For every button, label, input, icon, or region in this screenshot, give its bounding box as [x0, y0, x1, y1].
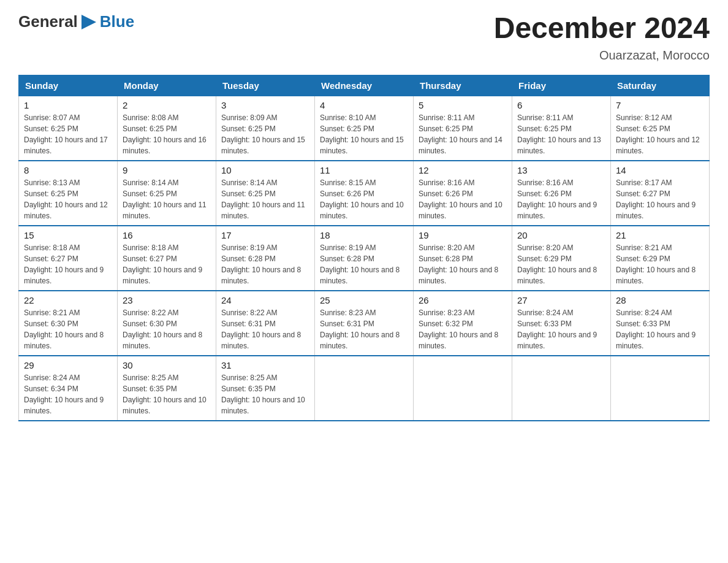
day-info: Sunrise: 8:15 AMSunset: 6:26 PMDaylight:…: [320, 177, 408, 221]
day-info: Sunrise: 8:23 AMSunset: 6:31 PMDaylight:…: [320, 307, 408, 351]
day-info: Sunrise: 8:16 AMSunset: 6:26 PMDaylight:…: [517, 177, 605, 221]
calendar-week-3: 15 Sunrise: 8:18 AMSunset: 6:27 PMDaylig…: [19, 226, 710, 291]
day-info: Sunrise: 8:22 AMSunset: 6:30 PMDaylight:…: [123, 307, 211, 351]
day-number: 11: [320, 165, 408, 175]
calendar-cell: 5 Sunrise: 8:11 AMSunset: 6:25 PMDayligh…: [414, 96, 512, 161]
calendar-cell: [611, 356, 710, 421]
day-info: Sunrise: 8:20 AMSunset: 6:28 PMDaylight:…: [419, 242, 507, 286]
day-info: Sunrise: 8:24 AMSunset: 6:33 PMDaylight:…: [616, 307, 704, 351]
day-info: Sunrise: 8:25 AMSunset: 6:35 PMDaylight:…: [221, 372, 309, 416]
weekday-header-wednesday: Wednesday: [315, 75, 414, 96]
weekday-header-row: SundayMondayTuesdayWednesdayThursdayFrid…: [19, 75, 710, 96]
day-info: Sunrise: 8:19 AMSunset: 6:28 PMDaylight:…: [320, 242, 408, 286]
day-number: 5: [419, 100, 507, 110]
day-number: 22: [24, 295, 112, 305]
calendar-title: December 2024: [494, 12, 710, 45]
calendar-cell: [315, 356, 414, 421]
day-number: 3: [221, 100, 309, 110]
day-info: Sunrise: 8:24 AMSunset: 6:33 PMDaylight:…: [517, 307, 605, 351]
day-number: 2: [123, 100, 211, 110]
day-info: Sunrise: 8:10 AMSunset: 6:25 PMDaylight:…: [320, 112, 408, 156]
day-info: Sunrise: 8:18 AMSunset: 6:27 PMDaylight:…: [123, 242, 211, 286]
day-info: Sunrise: 8:22 AMSunset: 6:31 PMDaylight:…: [221, 307, 309, 351]
day-number: 17: [221, 230, 309, 240]
day-number: 19: [419, 230, 507, 240]
day-info: Sunrise: 8:24 AMSunset: 6:34 PMDaylight:…: [24, 372, 112, 416]
calendar-cell: 26 Sunrise: 8:23 AMSunset: 6:32 PMDaylig…: [414, 291, 512, 356]
calendar-cell: 23 Sunrise: 8:22 AMSunset: 6:30 PMDaylig…: [118, 291, 216, 356]
calendar-cell: [414, 356, 512, 421]
day-info: Sunrise: 8:17 AMSunset: 6:27 PMDaylight:…: [616, 177, 704, 221]
calendar-cell: 12 Sunrise: 8:16 AMSunset: 6:26 PMDaylig…: [414, 161, 512, 226]
day-number: 31: [221, 360, 309, 370]
calendar-cell: 24 Sunrise: 8:22 AMSunset: 6:31 PMDaylig…: [216, 291, 315, 356]
day-info: Sunrise: 8:21 AMSunset: 6:30 PMDaylight:…: [24, 307, 112, 351]
calendar-cell: 31 Sunrise: 8:25 AMSunset: 6:35 PMDaylig…: [216, 356, 315, 421]
calendar-cell: [512, 356, 611, 421]
day-number: 23: [123, 295, 211, 305]
calendar-cell: 25 Sunrise: 8:23 AMSunset: 6:31 PMDaylig…: [315, 291, 414, 356]
day-number: 10: [221, 165, 309, 175]
calendar-subtitle: Ouarzazat, Morocco: [494, 48, 710, 63]
calendar-cell: 1 Sunrise: 8:07 AMSunset: 6:25 PMDayligh…: [19, 96, 118, 161]
day-number: 15: [24, 230, 112, 240]
day-number: 21: [616, 230, 704, 240]
day-info: Sunrise: 8:18 AMSunset: 6:27 PMDaylight:…: [24, 242, 112, 286]
calendar-cell: 7 Sunrise: 8:12 AMSunset: 6:25 PMDayligh…: [611, 96, 710, 161]
day-info: Sunrise: 8:14 AMSunset: 6:25 PMDaylight:…: [221, 177, 309, 221]
day-info: Sunrise: 8:07 AMSunset: 6:25 PMDaylight:…: [24, 112, 112, 156]
day-number: 26: [419, 295, 507, 305]
weekday-header-tuesday: Tuesday: [216, 75, 315, 96]
day-number: 6: [517, 100, 605, 110]
day-info: Sunrise: 8:11 AMSunset: 6:25 PMDaylight:…: [517, 112, 605, 156]
weekday-header-friday: Friday: [512, 75, 611, 96]
day-number: 25: [320, 295, 408, 305]
weekday-header-sunday: Sunday: [19, 75, 118, 96]
calendar-cell: 15 Sunrise: 8:18 AMSunset: 6:27 PMDaylig…: [19, 226, 118, 291]
weekday-header-thursday: Thursday: [414, 75, 512, 96]
day-number: 12: [419, 165, 507, 175]
calendar-cell: 14 Sunrise: 8:17 AMSunset: 6:27 PMDaylig…: [611, 161, 710, 226]
day-info: Sunrise: 8:09 AMSunset: 6:25 PMDaylight:…: [221, 112, 309, 156]
day-info: Sunrise: 8:12 AMSunset: 6:25 PMDaylight:…: [616, 112, 704, 156]
calendar-cell: 19 Sunrise: 8:20 AMSunset: 6:28 PMDaylig…: [414, 226, 512, 291]
day-number: 29: [24, 360, 112, 370]
day-number: 13: [517, 165, 605, 175]
weekday-header-saturday: Saturday: [611, 75, 710, 96]
calendar-cell: 4 Sunrise: 8:10 AMSunset: 6:25 PMDayligh…: [315, 96, 414, 161]
day-number: 20: [517, 230, 605, 240]
day-number: 8: [24, 165, 112, 175]
svg-marker-0: [82, 15, 96, 29]
calendar-cell: 29 Sunrise: 8:24 AMSunset: 6:34 PMDaylig…: [19, 356, 118, 421]
page-header: General Blue December 2024 Ouarzazat, Mo…: [18, 12, 710, 63]
day-info: Sunrise: 8:23 AMSunset: 6:32 PMDaylight:…: [419, 307, 507, 351]
calendar-week-4: 22 Sunrise: 8:21 AMSunset: 6:30 PMDaylig…: [19, 291, 710, 356]
calendar-week-1: 1 Sunrise: 8:07 AMSunset: 6:25 PMDayligh…: [19, 96, 710, 161]
calendar-title-area: December 2024 Ouarzazat, Morocco: [494, 12, 710, 63]
day-info: Sunrise: 8:11 AMSunset: 6:25 PMDaylight:…: [419, 112, 507, 156]
day-number: 4: [320, 100, 408, 110]
day-number: 1: [24, 100, 112, 110]
calendar-week-5: 29 Sunrise: 8:24 AMSunset: 6:34 PMDaylig…: [19, 356, 710, 421]
day-number: 30: [123, 360, 211, 370]
day-number: 14: [616, 165, 704, 175]
day-info: Sunrise: 8:16 AMSunset: 6:26 PMDaylight:…: [419, 177, 507, 221]
day-number: 18: [320, 230, 408, 240]
day-number: 7: [616, 100, 704, 110]
calendar-cell: 11 Sunrise: 8:15 AMSunset: 6:26 PMDaylig…: [315, 161, 414, 226]
day-number: 16: [123, 230, 211, 240]
calendar-cell: 18 Sunrise: 8:19 AMSunset: 6:28 PMDaylig…: [315, 226, 414, 291]
day-info: Sunrise: 8:21 AMSunset: 6:29 PMDaylight:…: [616, 242, 704, 286]
day-info: Sunrise: 8:19 AMSunset: 6:28 PMDaylight:…: [221, 242, 309, 286]
calendar-cell: 8 Sunrise: 8:13 AMSunset: 6:25 PMDayligh…: [19, 161, 118, 226]
day-number: 27: [517, 295, 605, 305]
calendar-cell: 16 Sunrise: 8:18 AMSunset: 6:27 PMDaylig…: [118, 226, 216, 291]
day-info: Sunrise: 8:20 AMSunset: 6:29 PMDaylight:…: [517, 242, 605, 286]
calendar-cell: 28 Sunrise: 8:24 AMSunset: 6:33 PMDaylig…: [611, 291, 710, 356]
calendar-cell: 13 Sunrise: 8:16 AMSunset: 6:26 PMDaylig…: [512, 161, 611, 226]
day-info: Sunrise: 8:08 AMSunset: 6:25 PMDaylight:…: [123, 112, 211, 156]
calendar-cell: 6 Sunrise: 8:11 AMSunset: 6:25 PMDayligh…: [512, 96, 611, 161]
calendar-cell: 3 Sunrise: 8:09 AMSunset: 6:25 PMDayligh…: [216, 96, 315, 161]
calendar-cell: 2 Sunrise: 8:08 AMSunset: 6:25 PMDayligh…: [118, 96, 216, 161]
calendar-cell: 10 Sunrise: 8:14 AMSunset: 6:25 PMDaylig…: [216, 161, 315, 226]
